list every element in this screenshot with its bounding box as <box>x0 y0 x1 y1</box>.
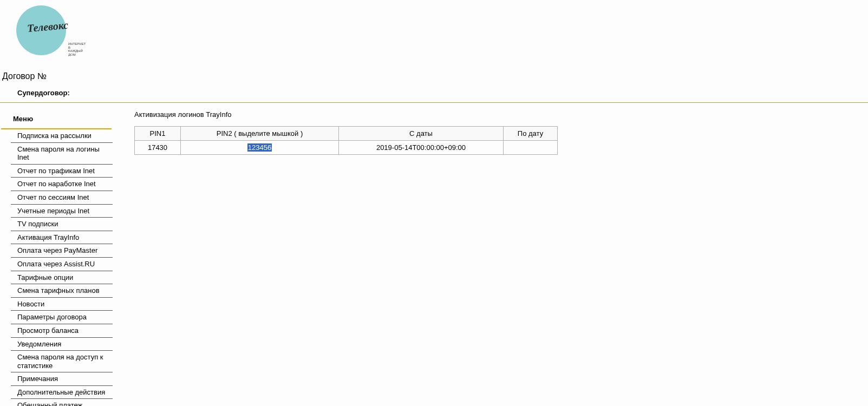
page-title: Активизация логинов TrayInfo <box>134 110 846 119</box>
menu-item-label: Дополнительные действия <box>17 388 105 396</box>
menu-item-notifications[interactable]: Уведомления <box>11 338 113 351</box>
cell-from-date: 2019-05-14T00:00:00+09:00 <box>339 141 504 155</box>
cell-pin2[interactable]: 123456 <box>181 141 339 155</box>
cell-to-date <box>504 141 558 155</box>
menu-title: Меню <box>1 103 112 129</box>
cell-pin1: 17430 <box>135 141 181 155</box>
header-to-date: По дату <box>504 127 558 141</box>
contract-label: Договор № <box>0 61 868 86</box>
menu: Подписка на рассылки Смена пароля на лог… <box>11 129 113 406</box>
header-pin1: PIN1 <box>135 127 181 141</box>
menu-item-traffic-report[interactable]: Отчет по трафикам Inet <box>11 165 113 178</box>
menu-item-label: Обещанный платеж <box>17 401 82 406</box>
super-contract-label: Супердоговор: <box>0 86 868 103</box>
menu-item-label: Параметры договора <box>17 313 87 321</box>
menu-item-label: Отчет по трафикам Inet <box>17 167 95 175</box>
menu-item-label: Смена пароля на логины Inet <box>17 145 100 162</box>
menu-item-pay-assistru[interactable]: Оплата через Assist.RU <box>11 258 113 271</box>
table-header-row: PIN1 PIN2 ( выделите мышкой ) С даты По … <box>135 127 558 141</box>
menu-item-subscribe[interactable]: Подписка на рассылки <box>11 129 113 143</box>
menu-item-sessions-report[interactable]: Отчет по сессиям Inet <box>11 191 113 205</box>
logo-area: Телевокс ИНТЕРНЕТ В КАЖДЫЙ ДОМ <box>0 0 868 61</box>
menu-item-tariff-options[interactable]: Тарифные опции <box>11 271 113 285</box>
logo-tagline: ИНТЕРНЕТ В КАЖДЫЙ ДОМ <box>68 42 86 56</box>
menu-item-label: Смена пароля на доступ к статистике <box>17 353 103 370</box>
menu-item-label: Смена тарифных планов <box>17 286 100 294</box>
logo: Телевокс ИНТЕРНЕТ В КАЖДЫЙ ДОМ <box>16 5 76 55</box>
menu-item-label: Отчет по наработке Inet <box>17 180 96 188</box>
menu-item-label: Учетные периоды Inet <box>17 207 89 215</box>
trayinfo-table: PIN1 PIN2 ( выделите мышкой ) С даты По … <box>134 126 558 155</box>
menu-item-label: Подписка на рассылки <box>17 132 92 140</box>
header-from-date: С даты <box>339 127 504 141</box>
menu-item-activation-trayinfo[interactable]: Активация TrayInfo <box>11 231 113 245</box>
menu-item-label: Уведомления <box>17 340 61 348</box>
menu-item-news[interactable]: Новости <box>11 298 113 311</box>
menu-item-label: Примечания <box>17 375 58 383</box>
menu-item-contract-params[interactable]: Параметры договора <box>11 311 113 324</box>
menu-item-additional-actions[interactable]: Дополнительные действия <box>11 386 113 400</box>
menu-item-change-password-stats[interactable]: Смена пароля на доступ к статистике <box>11 351 113 372</box>
pin2-selected-value[interactable]: 123456 <box>247 143 272 152</box>
menu-item-label: TV подписки <box>17 220 58 228</box>
menu-item-usage-report[interactable]: Отчет по наработке Inet <box>11 178 113 191</box>
table-row: 17430 123456 2019-05-14T00:00:00+09:00 <box>135 141 558 155</box>
menu-item-label: Тарифные опции <box>17 273 73 281</box>
menu-item-label: Новости <box>17 300 44 308</box>
content-area: Активизация логинов TrayInfo PIN1 PIN2 (… <box>113 103 868 406</box>
menu-item-change-password-inet[interactable]: Смена пароля на логины Inet <box>11 143 113 165</box>
menu-item-change-tariff[interactable]: Смена тарифных планов <box>11 284 113 298</box>
header-pin2: PIN2 ( выделите мышкой ) <box>181 127 339 141</box>
sidebar: Меню Подписка на рассылки Смена пароля н… <box>0 103 113 406</box>
menu-item-label: Оплата через PayMaster <box>17 246 97 254</box>
menu-item-promised-payment[interactable]: Обещанный платеж <box>11 399 113 406</box>
menu-item-pay-paymaster[interactable]: Оплата через PayMaster <box>11 244 113 258</box>
menu-item-label: Оплата через Assist.RU <box>17 260 95 268</box>
menu-item-accounting-periods[interactable]: Учетные периоды Inet <box>11 205 113 218</box>
menu-item-label: Отчет по сессиям Inet <box>17 193 89 201</box>
menu-item-label: Активация TrayInfo <box>17 233 79 241</box>
menu-item-balance[interactable]: Просмотр баланса <box>11 324 113 338</box>
menu-item-notes[interactable]: Примечания <box>11 372 113 386</box>
menu-item-label: Просмотр баланса <box>17 326 79 335</box>
menu-item-tv-subscriptions[interactable]: TV подписки <box>11 218 113 231</box>
